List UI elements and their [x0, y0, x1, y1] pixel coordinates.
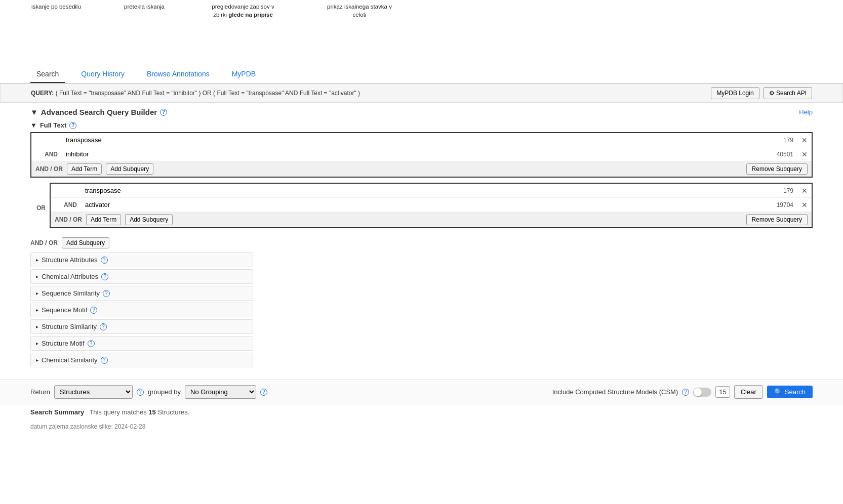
row-3-remove[interactable]: ✕: [797, 185, 812, 197]
chemical-similarity-arrow: ▸: [36, 357, 38, 363]
adv-search-title-text: Advanced Search Query Builder: [41, 108, 157, 116]
structure-similarity-header[interactable]: ▸ Structure Similarity ?: [31, 320, 253, 333]
structure-attributes-label: Structure Attributes: [42, 256, 98, 264]
chemical-attributes-header[interactable]: ▸ Chemical Attributes ?: [31, 270, 253, 283]
search-summary: Search Summary This query matches 15 Str…: [0, 404, 843, 420]
add-term-2-button[interactable]: Add Term: [86, 214, 121, 225]
sequence-motif-arrow: ▸: [36, 307, 38, 313]
ann-query-history: pretekla iskanja: [124, 3, 165, 11]
structure-similarity-help[interactable]: ?: [100, 323, 107, 330]
subquery-box-2: 179 ✕ AND 19704 ✕ AND / OR Add Term Add: [50, 183, 813, 233]
structure-attributes-arrow: ▸: [36, 257, 38, 263]
sequence-similarity-label: Sequence Similarity: [42, 289, 100, 297]
result-count-badge: 15: [715, 386, 730, 398]
group-label: grouped by: [148, 388, 181, 396]
row-4-input[interactable]: [81, 198, 773, 212]
csm-help-icon[interactable]: ?: [682, 389, 689, 396]
subquery-1-footer: AND / OR Add Term Add Subquery Remove Su…: [31, 161, 812, 177]
structure-attributes-header[interactable]: ▸ Structure Attributes ?: [31, 253, 253, 267]
collapse-arrow[interactable]: ▼: [30, 108, 38, 116]
adv-search-header: ▼ Advanced Search Query Builder ? Help: [30, 108, 813, 116]
footer-1-or-label: AND / OR: [35, 165, 63, 173]
remove-subquery-1-button[interactable]: Remove Subquery: [746, 163, 808, 175]
subquery-box-2-inner: 179 ✕ AND 19704 ✕ AND / OR Add Term Add: [50, 183, 813, 228]
sequence-motif-header[interactable]: ▸ Sequence Motif ?: [31, 303, 253, 317]
search-api-button[interactable]: ⚙ Search API: [764, 87, 812, 99]
clear-button[interactable]: Clear: [734, 385, 763, 399]
query-actions: MyPDB Login ⚙ Search API: [711, 87, 812, 99]
sequence-similarity-header[interactable]: ▸ Sequence Similarity ?: [31, 286, 253, 300]
chemical-attributes-arrow: ▸: [36, 274, 38, 279]
structure-attributes-section: ▸ Structure Attributes ?: [30, 253, 253, 267]
search-button[interactable]: 🔍 Search: [767, 386, 813, 398]
subquery-box-1: 179 ✕ AND 40501 ✕ AND / OR Add Term Add …: [30, 132, 813, 178]
mypdb-login-button[interactable]: MyPDB Login: [711, 87, 759, 99]
return-label: Return: [30, 388, 50, 396]
chemical-similarity-label: Chemical Similarity: [42, 356, 98, 364]
search-summary-label: Search Summary: [30, 408, 84, 416]
tab-mypdb[interactable]: MyPDB: [226, 66, 262, 83]
sequence-motif-section: ▸ Sequence Motif ?: [30, 303, 253, 317]
row-2-input[interactable]: [62, 147, 773, 161]
structure-motif-help[interactable]: ?: [88, 340, 95, 347]
full-text-section: ▼ Full Text ? 179 ✕ AND 40501 ✕ AND / OR: [30, 121, 813, 248]
row-3-count: 179: [779, 184, 797, 197]
sequence-motif-help[interactable]: ?: [90, 307, 97, 314]
row-2-remove[interactable]: ✕: [797, 148, 812, 160]
ann-browse: pregledovanje zapisov vzbirki glede na p…: [203, 3, 284, 19]
full-text-help-icon[interactable]: ?: [69, 122, 76, 129]
chemical-similarity-header[interactable]: ▸ Chemical Similarity ?: [31, 353, 253, 367]
tab-search[interactable]: Search: [30, 66, 65, 83]
footer-2-or-label: AND / OR: [55, 216, 82, 223]
or-label: OR: [30, 204, 46, 212]
csm-toggle[interactable]: [693, 388, 711, 397]
subquery-2-row-2: AND 19704 ✕: [51, 198, 812, 212]
annotation-area: iskanje po besedilu pretekla iskanja pre…: [0, 0, 843, 66]
structure-motif-label: Structure Motif: [42, 340, 85, 347]
subquery-2-footer-left: AND / OR Add Term Add Subquery: [55, 214, 173, 225]
search-summary-text: This query matches 15 Structures.: [89, 408, 189, 416]
row-1-count: 179: [779, 134, 797, 147]
ann-display-query: prikaz iskalnega stavka v celoti: [324, 3, 395, 19]
row-1-input[interactable]: [62, 133, 779, 147]
chemical-attributes-help[interactable]: ?: [101, 273, 108, 280]
structure-attributes-help[interactable]: ?: [101, 257, 108, 264]
help-link[interactable]: Help: [799, 108, 813, 116]
remove-subquery-2-button[interactable]: Remove Subquery: [746, 214, 808, 225]
chemical-attributes-label: Chemical Attributes: [42, 273, 98, 280]
query-value: ( Full Text = "transposase" AND Full Tex…: [56, 90, 360, 97]
chemical-similarity-help[interactable]: ?: [101, 357, 108, 364]
group-select[interactable]: No Grouping UniProt Accession Sequence I…: [185, 385, 256, 399]
structure-similarity-section: ▸ Structure Similarity ?: [30, 319, 253, 334]
sequence-similarity-help[interactable]: ?: [103, 290, 110, 297]
bottom-bar: Return Structures Polymer Entities Non-p…: [0, 380, 843, 404]
chemical-attributes-section: ▸ Chemical Attributes ?: [30, 269, 253, 284]
full-text-collapse[interactable]: ▼: [30, 121, 37, 129]
tab-query-history[interactable]: Query History: [75, 66, 131, 83]
csm-label: Include Computed Structure Models (CSM): [552, 388, 678, 396]
tab-browse-annotations[interactable]: Browse Annotations: [141, 66, 216, 83]
query-text: QUERY: ( Full Text = "transposase" AND F…: [31, 90, 711, 97]
full-text-label: Full Text: [40, 121, 66, 129]
row-1-remove[interactable]: ✕: [797, 134, 812, 146]
structure-motif-header[interactable]: ▸ Structure Motif ?: [31, 337, 253, 350]
adv-search-help-icon[interactable]: ?: [160, 109, 167, 116]
add-subquery-1-button[interactable]: Add Subquery: [106, 163, 153, 175]
main-content: ▼ Advanced Search Query Builder ? Help ▼…: [0, 103, 843, 374]
collapsible-sections: ▸ Structure Attributes ? ▸ Chemical Attr…: [30, 253, 813, 367]
row-3-input[interactable]: [81, 184, 779, 197]
return-help-icon[interactable]: ?: [137, 389, 144, 396]
subquery-1-footer-left: AND / OR Add Term Add Subquery: [35, 163, 153, 175]
row-4-remove[interactable]: ✕: [797, 199, 812, 211]
return-select[interactable]: Structures Polymer Entities Non-polymer …: [54, 385, 133, 399]
adv-search-title: ▼ Advanced Search Query Builder ?: [30, 108, 167, 116]
subquery-1-row-2: AND 40501 ✕: [31, 147, 812, 161]
add-term-1-button[interactable]: Add Term: [67, 163, 102, 175]
add-subquery-2-button[interactable]: Add Subquery: [125, 214, 173, 225]
structure-motif-arrow: ▸: [36, 341, 38, 346]
search-btn-label: Search: [785, 388, 806, 396]
group-help-icon[interactable]: ?: [260, 389, 267, 396]
subquery-1-row-1: 179 ✕: [31, 133, 812, 147]
structure-similarity-label: Structure Similarity: [42, 323, 97, 330]
add-subquery-main-button[interactable]: Add Subquery: [62, 237, 109, 248]
